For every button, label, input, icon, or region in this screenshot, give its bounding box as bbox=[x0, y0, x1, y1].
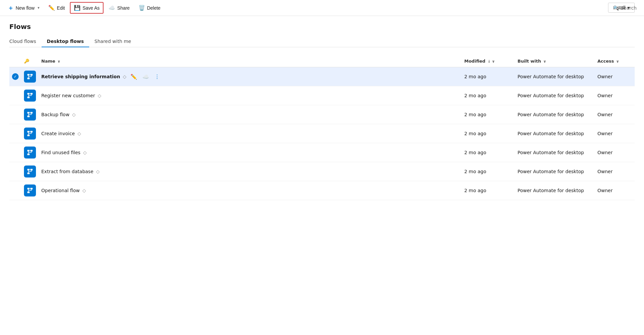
flow-icon bbox=[24, 71, 36, 83]
new-flow-chevron: ▾ bbox=[38, 6, 40, 10]
svg-rect-28 bbox=[27, 150, 30, 152]
svg-rect-1 bbox=[30, 74, 33, 76]
share-button[interactable]: ☁️ Share bbox=[105, 2, 133, 13]
search-label: Search bbox=[621, 5, 637, 11]
toolbar: ＋ New flow ▾ ✏️ Edit 💾 Save As ☁️ Share … bbox=[0, 0, 644, 16]
flow-name: Backup flow bbox=[41, 112, 70, 117]
row-checkbox[interactable] bbox=[9, 162, 21, 181]
row-built-with: Power Automate for desktop bbox=[515, 124, 595, 143]
delete-button[interactable]: 🗑️ Delete bbox=[135, 2, 164, 13]
page-title: Flows bbox=[9, 23, 635, 31]
premium-icon: ◇ bbox=[82, 188, 86, 193]
table-row[interactable]: Backup flow ◇ 2 mo ago Power Automate fo… bbox=[9, 105, 635, 124]
flow-name: Create invoice bbox=[41, 131, 75, 136]
row-checkbox[interactable] bbox=[9, 181, 21, 200]
svg-rect-43 bbox=[30, 188, 33, 189]
edit-button[interactable]: ✏️ Edit bbox=[45, 2, 69, 13]
flow-icon bbox=[24, 184, 36, 196]
row-edit-button[interactable]: ✏️ bbox=[129, 72, 138, 81]
row-name-cell: Register new customer ◇ bbox=[39, 86, 462, 105]
premium-icon: ◇ bbox=[83, 150, 87, 155]
col-header-built-with[interactable]: Built with ∨ bbox=[515, 55, 595, 67]
delete-icon: 🗑️ bbox=[138, 5, 145, 11]
row-flow-icon-cell bbox=[21, 181, 39, 200]
row-name-cell: Backup flow ◇ bbox=[39, 105, 462, 124]
edit-icon: ✏️ bbox=[48, 5, 55, 11]
share-icon: ☁️ bbox=[108, 5, 115, 11]
row-checkbox[interactable] bbox=[9, 143, 21, 162]
key-icon: 🔑 bbox=[24, 59, 29, 64]
row-checkbox[interactable] bbox=[9, 105, 21, 124]
row-more-button[interactable]: ⋮ bbox=[153, 72, 161, 81]
svg-rect-23 bbox=[27, 135, 30, 136]
svg-rect-36 bbox=[30, 169, 33, 170]
row-modified: 2 mo ago bbox=[462, 105, 515, 124]
col-header-modified[interactable]: Modified ↓ ∨ bbox=[462, 55, 515, 67]
row-modified: 2 mo ago bbox=[462, 181, 515, 200]
access-sort-icon: ∨ bbox=[616, 59, 619, 64]
table-row[interactable]: Extract from database ◇ 2 mo ago Power A… bbox=[9, 162, 635, 181]
premium-icon: ◇ bbox=[98, 93, 101, 98]
svg-rect-16 bbox=[27, 116, 30, 117]
row-share-button[interactable]: ☁️ bbox=[141, 72, 150, 81]
modified-sort-icon: ↓ ∨ bbox=[488, 59, 495, 64]
row-built-with: Power Automate for desktop bbox=[515, 105, 595, 124]
svg-rect-7 bbox=[27, 93, 30, 95]
premium-icon: ◇ bbox=[123, 74, 126, 79]
svg-rect-35 bbox=[27, 169, 30, 170]
svg-rect-30 bbox=[27, 154, 30, 155]
row-built-with: Power Automate for desktop bbox=[515, 67, 595, 86]
edit-label: Edit bbox=[57, 5, 65, 11]
flow-name: Register new customer bbox=[41, 93, 95, 98]
row-modified: 2 mo ago bbox=[462, 162, 515, 181]
row-checkbox[interactable] bbox=[9, 86, 21, 105]
svg-rect-14 bbox=[27, 112, 30, 114]
row-access: Owner bbox=[595, 124, 635, 143]
row-checkbox[interactable]: ✓ bbox=[9, 67, 21, 86]
checkmark: ✓ bbox=[12, 73, 19, 80]
row-modified: 2 mo ago bbox=[462, 86, 515, 105]
row-access: Owner bbox=[595, 86, 635, 105]
save-as-button[interactable]: 💾 Save As bbox=[70, 2, 104, 14]
svg-rect-42 bbox=[27, 188, 30, 189]
svg-rect-44 bbox=[27, 191, 30, 193]
row-access: Owner bbox=[595, 181, 635, 200]
row-name-cell: Extract from database ◇ bbox=[39, 162, 462, 181]
flow-name: Retrieve shipping information bbox=[41, 74, 120, 79]
tab-desktop-flows-label: Desktop flows bbox=[47, 39, 84, 44]
row-access: Owner bbox=[595, 143, 635, 162]
save-as-label: Save As bbox=[83, 5, 100, 11]
tab-desktop-flows[interactable]: Desktop flows bbox=[42, 36, 89, 47]
row-name-cell: Retrieve shipping information ◇ ✏️ ☁️ ⋮ bbox=[39, 67, 462, 86]
table-row[interactable]: Find unused files ◇ 2 mo ago Power Autom… bbox=[9, 143, 635, 162]
row-access: Owner bbox=[595, 105, 635, 124]
svg-rect-21 bbox=[27, 131, 30, 133]
table-row[interactable]: Create invoice ◇ 2 mo ago Power Automate… bbox=[9, 124, 635, 143]
search-area[interactable]: 🔍 Search bbox=[610, 3, 640, 13]
row-flow-icon-cell bbox=[21, 105, 39, 124]
row-name-cell: Operational flow ◇ bbox=[39, 181, 462, 200]
flow-icon bbox=[24, 90, 36, 102]
table-row[interactable]: Operational flow ◇ 2 mo ago Power Automa… bbox=[9, 181, 635, 200]
table-row[interactable]: Register new customer ◇ 2 mo ago Power A… bbox=[9, 86, 635, 105]
col-header-name[interactable]: Name ∨ bbox=[39, 55, 462, 67]
svg-rect-37 bbox=[27, 172, 30, 174]
flow-icon bbox=[24, 109, 36, 121]
premium-icon: ◇ bbox=[78, 131, 81, 136]
svg-rect-0 bbox=[27, 74, 30, 76]
premium-icon: ◇ bbox=[96, 169, 100, 174]
col-header-access[interactable]: Access ∨ bbox=[595, 55, 635, 67]
row-flow-icon-cell bbox=[21, 143, 39, 162]
tab-cloud-flows[interactable]: Cloud flows bbox=[9, 36, 42, 47]
row-name-cell: Find unused files ◇ bbox=[39, 143, 462, 162]
tab-shared-with-me[interactable]: Shared with me bbox=[89, 36, 136, 47]
table-row[interactable]: ✓ Retrieve shipping in bbox=[9, 67, 635, 86]
row-checkbox[interactable] bbox=[9, 124, 21, 143]
premium-icon: ◇ bbox=[72, 112, 76, 117]
share-label: Share bbox=[117, 5, 129, 11]
new-flow-button[interactable]: ＋ New flow ▾ bbox=[4, 2, 43, 14]
row-flow-icon-cell bbox=[21, 86, 39, 105]
row-access: Owner bbox=[595, 162, 635, 181]
row-built-with: Power Automate for desktop bbox=[515, 143, 595, 162]
row-modified: 2 mo ago bbox=[462, 143, 515, 162]
